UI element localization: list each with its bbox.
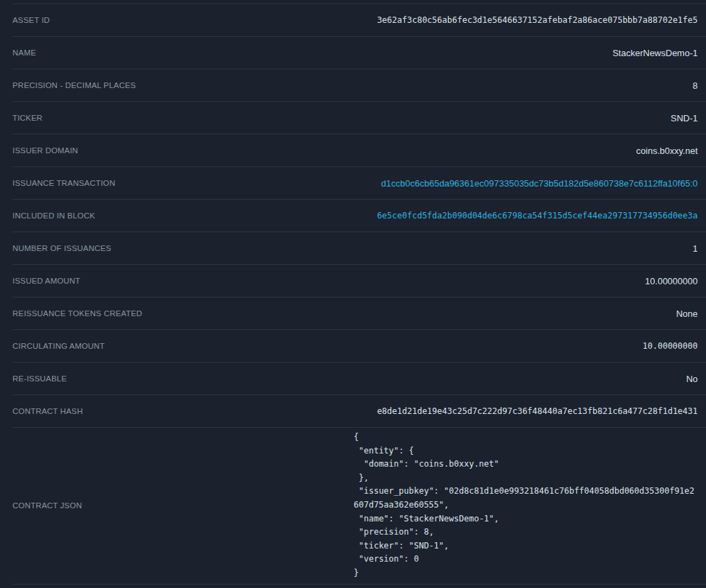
- re-issuable-cell: No: [354, 374, 706, 384]
- contract-hash-cell: e8de1d21de19e43c25d7c222d97c36f48440a7ec…: [354, 406, 706, 416]
- issued-amount-label: ISSUED AMOUNT: [12, 277, 354, 285]
- reissuance-tokens-created-cell: None: [354, 309, 706, 319]
- precision-decimal-places-value: 8: [693, 80, 698, 91]
- re-issuable-value: No: [686, 374, 698, 384]
- asset-name-value: StackerNewsDemo-1: [612, 48, 698, 58]
- reissuance-tokens-created-label: REISSUANCE TOKENS CREATED: [12, 309, 354, 318]
- precision-decimal-places-label: PRECISION - DECIMAL PLACES: [12, 81, 354, 89]
- number-of-issuances-label: NUMBER OF ISSUANCES: [12, 244, 354, 252]
- contract-json-row: CONTRACT JSON { "entity": { "domain": "c…: [12, 428, 706, 585]
- re-issuable-row: RE-ISSUABLENo: [12, 363, 706, 395]
- issued-amount-cell: 10.00000000: [354, 276, 706, 286]
- ticker-row: TICKERSND-1: [12, 102, 706, 135]
- circulating-amount-label: CIRCULATING AMOUNT: [12, 342, 354, 350]
- asset-details-table: ASSET ID3e62af3c80c56ab6fec3d1e564663715…: [0, 0, 706, 585]
- number-of-issuances-value: 1: [693, 243, 698, 254]
- circulating-amount-row: CIRCULATING AMOUNT10.00000000: [12, 330, 706, 363]
- contract-json-label: CONTRACT JSON: [12, 501, 354, 510]
- issuance-transaction-cell: d1ccb0c6cb65da96361ec097335035dc73b5d182…: [354, 178, 706, 189]
- issued-amount-row: ISSUED AMOUNT10.00000000: [12, 265, 706, 297]
- asset-name-label: NAME: [12, 49, 354, 57]
- asset-name-cell: StackerNewsDemo-1: [354, 48, 706, 58]
- reissuance-tokens-created-row: REISSUANCE TOKENS CREATEDNone: [12, 297, 706, 330]
- contract-hash-label: CONTRACT HASH: [12, 407, 354, 415]
- issuer-domain-value: coins.b0xxy.net: [636, 146, 698, 156]
- re-issuable-label: RE-ISSUABLE: [12, 374, 354, 383]
- issuance-transaction-label: ISSUANCE TRANSACTION: [12, 179, 354, 187]
- asset-id-row: ASSET ID3e62af3c80c56ab6fec3d1e564663715…: [12, 4, 706, 37]
- included-in-block-value[interactable]: 6e5ce0fcd5fda2b090d04de6c6798ca54f315d5c…: [377, 211, 698, 220]
- included-in-block-label: INCLUDED IN BLOCK: [12, 211, 354, 220]
- issuer-domain-row: ISSUER DOMAINcoins.b0xxy.net: [12, 135, 706, 167]
- precision-decimal-places-row: PRECISION - DECIMAL PLACES8: [12, 69, 706, 102]
- issued-amount-value: 10.00000000: [645, 276, 698, 286]
- contract-hash-row: CONTRACT HASHe8de1d21de19e43c25d7c222d97…: [12, 395, 706, 428]
- issuance-transaction-row: ISSUANCE TRANSACTIONd1ccb0c6cb65da96361e…: [12, 167, 706, 200]
- contract-hash-value: e8de1d21de19e43c25d7c222d97c36f48440a7ec…: [377, 406, 698, 416]
- ticker-cell: SND-1: [354, 113, 706, 123]
- ticker-value: SND-1: [671, 113, 698, 123]
- number-of-issuances-cell: 1: [354, 243, 706, 254]
- asset-name-row: NAMEStackerNewsDemo-1: [12, 37, 706, 69]
- issuer-domain-label: ISSUER DOMAIN: [12, 146, 354, 155]
- number-of-issuances-row: NUMBER OF ISSUANCES1: [12, 232, 706, 265]
- contract-json-cell: { "entity": { "domain": "coins.b0xxy.net…: [354, 428, 706, 584]
- issuance-transaction-value[interactable]: d1ccb0c6cb65da96361ec097335035dc73b5d182…: [381, 178, 698, 189]
- asset-id-cell: 3e62af3c80c56ab6fec3d1e5646637152afebaf2…: [354, 15, 706, 25]
- ticker-label: TICKER: [12, 114, 354, 122]
- reissuance-tokens-created-value: None: [676, 309, 698, 319]
- issuer-domain-cell: coins.b0xxy.net: [354, 146, 706, 156]
- contract-json-value: { "entity": { "domain": "coins.b0xxy.net…: [354, 431, 698, 580]
- asset-id-label: ASSET ID: [12, 16, 354, 24]
- circulating-amount-cell: 10.00000000: [354, 341, 706, 351]
- included-in-block-row: INCLUDED IN BLOCK6e5ce0fcd5fda2b090d04de…: [12, 200, 706, 232]
- included-in-block-cell: 6e5ce0fcd5fda2b090d04de6c6798ca54f315d5c…: [354, 211, 706, 220]
- asset-id-value: 3e62af3c80c56ab6fec3d1e5646637152afebaf2…: [377, 15, 698, 25]
- precision-decimal-places-cell: 8: [354, 80, 706, 91]
- circulating-amount-value: 10.00000000: [643, 341, 698, 351]
